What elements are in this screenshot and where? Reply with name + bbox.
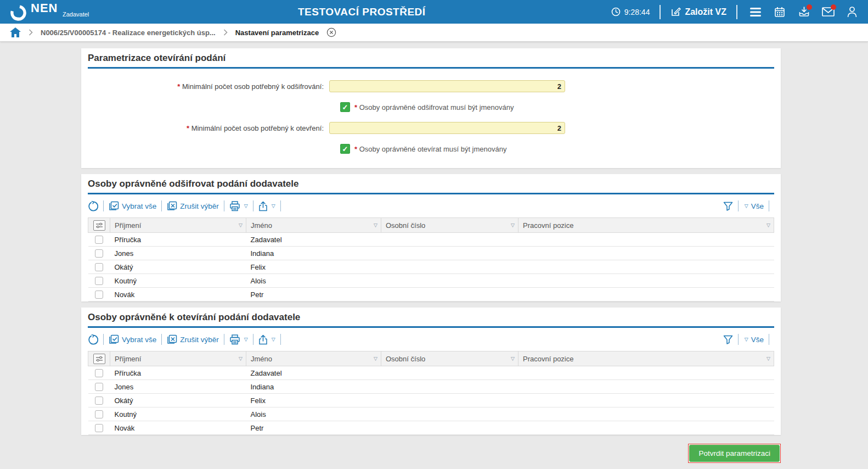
min-open-input[interactable]	[329, 122, 565, 134]
open-persons-panel: Osoby oprávněné k otevírání podání dodav…	[81, 308, 781, 435]
table-row[interactable]: JonesIndiana	[88, 247, 774, 260]
column-filter-caret-icon[interactable]: ▽	[239, 356, 243, 361]
export-dropdown-caret-icon[interactable]: ▽	[272, 203, 275, 209]
print-button[interactable]: ▽	[229, 201, 248, 211]
toolbar-separator	[161, 200, 162, 211]
calendar-button[interactable]	[771, 4, 788, 20]
column-filter-caret-icon[interactable]: ▽	[766, 222, 770, 228]
home-icon[interactable]	[10, 27, 21, 37]
column-filter-caret-icon[interactable]: ▽	[511, 356, 515, 361]
filter-scope-dropdown[interactable]: ▽ Vše	[743, 336, 764, 344]
row-checkbox[interactable]	[95, 410, 103, 418]
toolbar-separator	[224, 200, 224, 211]
filter-scope-dropdown[interactable]: ▽ Vše	[743, 202, 764, 210]
row-checkbox[interactable]	[95, 236, 103, 244]
row-checkbox[interactable]	[95, 249, 103, 258]
downloads-button[interactable]	[796, 4, 812, 20]
export-button[interactable]: ▽	[258, 201, 275, 211]
table-row[interactable]: OkátýFelix	[88, 394, 774, 407]
column-header-jmeno[interactable]: Jméno▽	[246, 218, 381, 233]
column-header-osobni-cislo[interactable]: Osobní číslo▽	[381, 351, 518, 366]
column-filter-caret-icon[interactable]: ▽	[374, 356, 377, 361]
print-dropdown-caret-icon[interactable]: ▽	[244, 203, 248, 209]
select-all-label: Vybrat vše	[122, 202, 156, 210]
circle-x-icon[interactable]	[326, 27, 336, 37]
select-all-button[interactable]: Vybrat vše	[109, 334, 156, 344]
clear-selection-label: Zrušit výběr	[180, 202, 219, 210]
confirm-button-focus-outline: Potvrdit parametrizaci	[688, 444, 781, 463]
breadcrumb-item-active: Nastavení parametrizace	[235, 29, 319, 37]
table-row[interactable]: JonesIndiana	[88, 380, 774, 394]
table-row[interactable]: OkátýFelix	[88, 260, 774, 274]
nen-logo[interactable]: NEN Zadavatel	[10, 2, 89, 21]
clear-selection-button[interactable]: Zrušit výběr	[167, 201, 219, 211]
filter-scope-label: Vše	[751, 336, 764, 344]
clear-selection-button[interactable]: Zrušit výběr	[167, 334, 219, 344]
column-settings-header	[88, 351, 110, 366]
topbar-separator	[736, 5, 737, 19]
edit-icon	[670, 7, 681, 17]
column-filter-caret-icon[interactable]: ▽	[239, 222, 243, 228]
table-cell	[518, 380, 774, 394]
column-filter-caret-icon[interactable]: ▽	[766, 356, 770, 361]
row-checkbox[interactable]	[95, 424, 103, 432]
row-checkbox[interactable]	[95, 369, 103, 377]
table-row[interactable]: KoutnýAlois	[88, 274, 774, 288]
decrypt-named-checkbox[interactable]: ✓	[340, 102, 350, 112]
table-row[interactable]: PříručkaZadavatel	[88, 233, 774, 247]
table-cell	[518, 366, 774, 380]
row-checkbox[interactable]	[95, 263, 103, 271]
column-header-prijmeni[interactable]: Příjmení▽	[110, 351, 246, 366]
messages-button[interactable]	[820, 4, 836, 20]
clear-selection-icon	[167, 201, 177, 211]
table-header-row: Příjmení▽ Jméno▽ Osobní číslo▽ Pracovní …	[88, 351, 774, 366]
filter-funnel-icon	[723, 202, 733, 211]
hamburger-menu-button[interactable]	[747, 4, 764, 20]
table-cell	[381, 288, 518, 302]
top-bar: NEN Zadavatel TESTOVACÍ PROSTŘEDÍ 9:28:4…	[0, 0, 868, 24]
toolbar-separator	[280, 334, 281, 345]
filter-button[interactable]	[723, 335, 733, 344]
column-filter-caret-icon[interactable]: ▽	[511, 222, 515, 228]
table-row[interactable]: PříručkaZadavatel	[88, 366, 774, 380]
toolbar-separator	[224, 334, 224, 345]
decrypt-named-checkbox-row: ✓ * Osoby oprávněné odšifrovat musí být …	[340, 102, 774, 112]
breadcrumb-item-procurement[interactable]: N006/25/V00005174 - Realizace energetick…	[41, 29, 216, 37]
filter-funnel-icon	[723, 335, 733, 344]
table-row[interactable]: NovákPetr	[88, 288, 774, 302]
table-cell: Jones	[110, 247, 246, 260]
table-cell	[518, 274, 774, 288]
filter-button[interactable]	[723, 202, 733, 211]
table-cell	[381, 366, 518, 380]
open-named-checkbox[interactable]: ✓	[340, 144, 350, 154]
print-button[interactable]: ▽	[229, 334, 248, 345]
row-checkbox[interactable]	[95, 291, 103, 299]
required-asterisk: *	[177, 82, 180, 91]
user-profile-button[interactable]	[844, 4, 860, 20]
column-header-prijmeni[interactable]: Příjmení▽	[110, 218, 246, 233]
column-header-osobni-cislo[interactable]: Osobní číslo▽	[381, 218, 518, 233]
row-checkbox[interactable]	[95, 397, 103, 405]
decrypt-persons-panel: Osoby oprávněné odšifrovat podání dodava…	[81, 174, 781, 302]
refresh-button[interactable]	[88, 334, 98, 345]
table-toolbar: Vybrat vše Zrušit výběr	[88, 194, 774, 217]
column-settings-icon[interactable]	[93, 220, 105, 231]
column-header-jmeno[interactable]: Jméno▽	[246, 351, 381, 366]
min-decrypt-input[interactable]	[329, 80, 565, 92]
export-dropdown-caret-icon[interactable]: ▽	[272, 337, 275, 342]
row-checkbox[interactable]	[95, 383, 103, 391]
table-row[interactable]: NovákPetr	[88, 421, 774, 435]
print-dropdown-caret-icon[interactable]: ▽	[244, 337, 248, 342]
column-settings-icon[interactable]	[93, 354, 105, 364]
create-vz-button[interactable]: Založit VZ	[670, 7, 726, 17]
column-header-pracovni-pozice[interactable]: Pracovní pozice▽	[518, 218, 774, 233]
confirm-parametrization-button[interactable]: Potvrdit parametrizaci	[689, 445, 780, 462]
table-row[interactable]: KoutnýAlois	[88, 407, 774, 421]
row-checkbox[interactable]	[95, 277, 103, 285]
select-all-button[interactable]: Vybrat vše	[109, 201, 156, 211]
column-filter-caret-icon[interactable]: ▽	[374, 222, 377, 228]
refresh-button[interactable]	[88, 201, 98, 211]
refresh-icon	[88, 334, 98, 345]
column-header-pracovni-pozice[interactable]: Pracovní pozice▽	[518, 351, 774, 366]
export-button[interactable]: ▽	[258, 334, 275, 345]
